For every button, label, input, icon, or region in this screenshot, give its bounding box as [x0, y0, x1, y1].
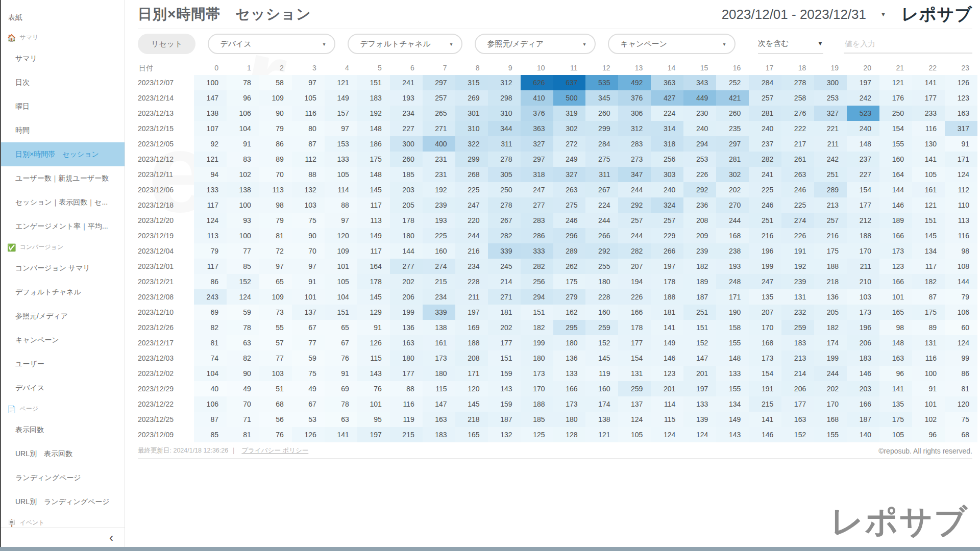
heatmap-cell[interactable]: 213	[814, 197, 847, 213]
heatmap-cell[interactable]: 117	[357, 197, 390, 213]
heatmap-cell[interactable]: 82	[227, 350, 259, 366]
heatmap-cell[interactable]: 146	[847, 366, 879, 381]
heatmap-cell[interactable]: 306	[618, 106, 651, 121]
heatmap-cell[interactable]: 236	[683, 197, 716, 213]
column-header-hour[interactable]: 6	[390, 61, 423, 75]
heatmap-cell[interactable]: 161	[423, 335, 455, 350]
heatmap-cell[interactable]: 151	[912, 213, 945, 228]
heatmap-cell[interactable]: 244	[814, 366, 847, 381]
heatmap-cell[interactable]: 67	[292, 396, 325, 412]
heatmap-cell[interactable]: 245	[488, 259, 521, 274]
heatmap-cell[interactable]: 240	[847, 121, 879, 136]
heatmap-cell[interactable]: 133	[553, 366, 586, 381]
heatmap-cell[interactable]: 77	[292, 335, 325, 350]
heatmap-cell[interactable]: 500	[553, 90, 586, 106]
heatmap-cell[interactable]: 146	[749, 427, 781, 442]
heatmap-cell[interactable]: 145	[585, 350, 618, 366]
heatmap-cell[interactable]: 109	[259, 289, 292, 305]
heatmap-cell[interactable]: 124	[945, 167, 977, 182]
heatmap-cell[interactable]: 88	[325, 197, 357, 213]
heatmap-cell[interactable]: 216	[749, 228, 781, 243]
heatmap-cell[interactable]: 154	[618, 350, 651, 366]
heatmap-cell[interactable]: 130	[912, 136, 945, 152]
heatmap-cell[interactable]: 148	[357, 121, 390, 136]
heatmap-cell[interactable]: 247	[521, 182, 553, 197]
heatmap-cell[interactable]: 242	[814, 152, 847, 167]
heatmap-cell[interactable]: 229	[651, 228, 683, 243]
heatmap-cell[interactable]: 104	[227, 121, 259, 136]
sidebar-item[interactable]: エンゲージメント率｜平均...	[1, 214, 125, 238]
horizontal-scrollbar[interactable]	[0, 547, 980, 551]
heatmap-cell[interactable]: 234	[455, 259, 488, 274]
heatmap-cell[interactable]: 138	[423, 320, 455, 335]
heatmap-cell[interactable]: 192	[423, 182, 455, 197]
heatmap-cell[interactable]: 248	[716, 274, 749, 289]
heatmap-cell[interactable]: 180	[423, 366, 455, 381]
heatmap-cell[interactable]: 339	[423, 305, 455, 320]
heatmap-cell[interactable]: 158	[716, 320, 749, 335]
heatmap-cell[interactable]: 286	[521, 228, 553, 243]
heatmap-cell[interactable]: 71	[227, 412, 259, 427]
heatmap-cell[interactable]: 173	[749, 350, 781, 366]
heatmap-cell[interactable]: 281	[749, 106, 781, 121]
heatmap-cell[interactable]: 103	[847, 289, 879, 305]
heatmap-cell[interactable]: 319	[553, 106, 586, 121]
heatmap-cell[interactable]: 211	[455, 289, 488, 305]
heatmap-cell[interactable]: 159	[488, 396, 521, 412]
heatmap-cell[interactable]: 220	[455, 213, 488, 228]
heatmap-cell[interactable]: 141	[879, 381, 912, 396]
heatmap-cell[interactable]: 134	[716, 396, 749, 412]
heatmap-cell[interactable]: 178	[651, 274, 683, 289]
heatmap-cell[interactable]: 216	[455, 243, 488, 259]
heatmap-cell[interactable]: 132	[292, 182, 325, 197]
heatmap-cell[interactable]: 159	[488, 366, 521, 381]
heatmap-cell[interactable]: 239	[683, 243, 716, 259]
heatmap-cell[interactable]: 180	[390, 350, 423, 366]
heatmap-cell[interactable]: 197	[847, 75, 879, 90]
heatmap-cell[interactable]: 208	[683, 213, 716, 228]
filter-dropdown[interactable]: 参照元/メディア▾	[475, 34, 596, 54]
heatmap-cell[interactable]: 240	[749, 121, 781, 136]
heatmap-cell[interactable]: 85	[194, 427, 227, 442]
heatmap-cell[interactable]: 170	[749, 320, 781, 335]
heatmap-cell[interactable]: 148	[847, 136, 879, 152]
heatmap-cell[interactable]: 345	[585, 90, 618, 106]
heatmap-cell[interactable]: 267	[488, 213, 521, 228]
heatmap-cell[interactable]: 151	[325, 305, 357, 320]
heatmap-cell[interactable]: 492	[618, 75, 651, 90]
heatmap-cell[interactable]: 143	[357, 366, 390, 381]
heatmap-cell[interactable]: 87	[194, 412, 227, 427]
heatmap-cell[interactable]: 147	[683, 350, 716, 366]
heatmap-cell[interactable]: 189	[879, 213, 912, 228]
heatmap-cell[interactable]: 69	[325, 381, 357, 396]
heatmap-cell[interactable]: 103	[259, 366, 292, 381]
heatmap-cell[interactable]: 155	[716, 381, 749, 396]
heatmap-cell[interactable]: 96	[227, 90, 259, 106]
heatmap-cell[interactable]: 174	[814, 335, 847, 350]
sidebar-item[interactable]: ユーザー	[1, 352, 125, 376]
heatmap-cell[interactable]: 177	[912, 90, 945, 106]
filter-dropdown[interactable]: デフォルトチャネル▾	[348, 34, 462, 54]
heatmap-cell[interactable]: 311	[585, 167, 618, 182]
heatmap-cell[interactable]: 93	[227, 213, 259, 228]
heatmap-cell[interactable]: 266	[585, 228, 618, 243]
heatmap-cell[interactable]: 185	[390, 167, 423, 182]
heatmap-cell[interactable]: 135	[879, 396, 912, 412]
heatmap-cell[interactable]: 166	[879, 274, 912, 289]
heatmap-cell[interactable]: 108	[945, 259, 977, 274]
heatmap-cell[interactable]: 58	[259, 75, 292, 90]
heatmap-cell[interactable]: 146	[651, 350, 683, 366]
column-header-hour[interactable]: 8	[455, 61, 488, 75]
heatmap-cell[interactable]: 82	[194, 320, 227, 335]
heatmap-cell[interactable]: 175	[912, 305, 945, 320]
heatmap-cell[interactable]: 53	[292, 412, 325, 427]
heatmap-cell[interactable]: 278	[488, 152, 521, 167]
heatmap-cell[interactable]: 177	[618, 335, 651, 350]
sidebar-item[interactable]: 日次	[1, 70, 125, 94]
heatmap-cell[interactable]: 133	[194, 182, 227, 197]
heatmap-cell[interactable]: 228	[455, 274, 488, 289]
heatmap-cell[interactable]: 141	[325, 427, 357, 442]
heatmap-cell[interactable]: 310	[455, 121, 488, 136]
sidebar-item[interactable]: URL別 表示回数	[1, 442, 125, 466]
heatmap-cell[interactable]: 327	[553, 167, 586, 182]
